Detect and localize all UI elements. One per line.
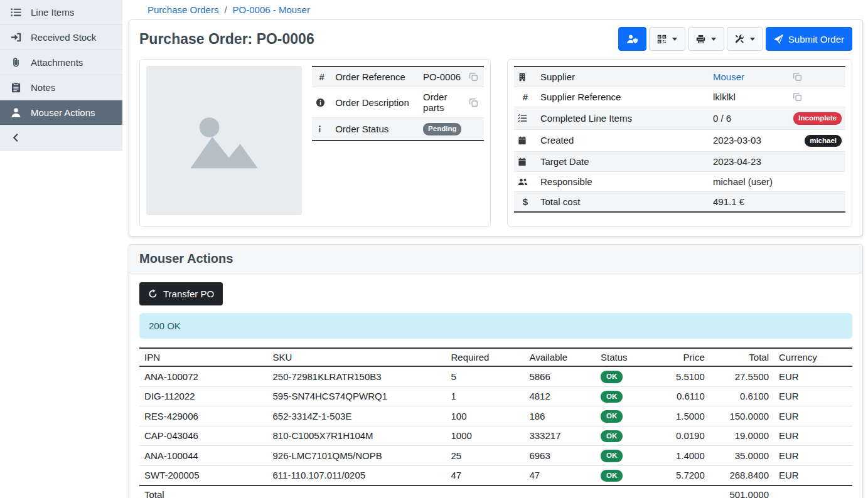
supplier-detail-table: Supplier Mouser # Supplier Reference lkl… (514, 66, 845, 213)
detail-row-target-date: Target Date 2023-04-23 (514, 152, 845, 172)
mouser-actions-header: Mouser Actions (129, 245, 862, 273)
detail-row-responsible: Responsible michael (user) (514, 172, 845, 192)
cell-currency: EUR (774, 366, 852, 386)
incomplete-badge: Incomplete (793, 112, 842, 125)
table-row: CAP-043046 810-C1005X7R1H104M 1000 33321… (139, 426, 852, 446)
order-image-placeholder (146, 66, 302, 215)
print-actions-button[interactable] (688, 27, 724, 51)
detail-row-order-description: Order Description Order parts (312, 87, 484, 118)
sidebar-item-received-stock[interactable]: Received Stock (0, 25, 122, 50)
detail-row-created: Created 2023-03-03 michael (514, 129, 845, 152)
status-alert: 200 OK (139, 313, 852, 339)
detail-value: 2023-04-23 (709, 152, 789, 172)
breadcrumb-link-current-order[interactable]: PO-0006 - Mouser (233, 4, 310, 15)
paperclip-icon (10, 57, 22, 68)
ok-badge: OK (601, 450, 623, 462)
cell-available: 4812 (524, 386, 596, 406)
ok-badge: OK (601, 430, 623, 443)
hash-icon: # (319, 72, 324, 82)
supplier-info-panel: Supplier Mouser # Supplier Reference lkl… (507, 59, 852, 227)
cell-sku: 810-C1005X7R1H104M (267, 426, 446, 446)
col-header-status: Status (596, 348, 656, 366)
supplier-link[interactable]: Mouser (713, 72, 744, 82)
table-row: ANA-100044 926-LMC7101QM5/NOPB 25 6963 O… (139, 446, 852, 466)
sidebar-item-label: Line Items (31, 7, 74, 18)
purchase-order-header: Purchase Order: PO-0006 (129, 20, 862, 55)
breadcrumb-separator: / (224, 4, 227, 15)
detail-label: Order Description (331, 87, 419, 118)
sidebar-item-line-items[interactable]: Line Items (0, 0, 122, 25)
detail-label: Completed Line Items (537, 107, 709, 130)
cell-available: 333217 (524, 426, 596, 446)
sidebar-item-label: Received Stock (31, 32, 96, 43)
cell-ipn: ANA-100072 (139, 366, 267, 386)
cell-ipn: SWT-200005 (139, 465, 267, 485)
cell-price: 1.4000 (656, 446, 710, 466)
user-options-button[interactable] (618, 27, 646, 51)
list-icon (10, 7, 22, 18)
table-row: ANA-100072 250-72981KLRATR150B3 5 5866 O… (139, 366, 852, 386)
cell-sku: 611-110.107.011/0205 (267, 465, 446, 485)
sidebar: Line Items Received Stock Attachments No… (0, 0, 122, 498)
sidebar-item-mouser-actions[interactable]: Mouser Actions (0, 100, 122, 125)
cell-sku: 926-LMC7101QM5/NOPB (267, 446, 446, 466)
order-details: # Order Reference PO-0006 (129, 55, 862, 236)
total-row: Total 501.0000 (139, 485, 852, 498)
dollar-icon: $ (523, 196, 528, 207)
detail-label: Supplier (537, 66, 709, 87)
copy-icon[interactable] (793, 92, 842, 102)
copy-icon[interactable] (793, 72, 842, 82)
detail-label: Supplier Reference (537, 87, 709, 107)
detail-label: Responsible (537, 172, 709, 192)
mouser-actions-body: Transfer PO 200 OK IPN SKU Require (129, 273, 862, 498)
tools-icon (735, 34, 744, 44)
detail-label: Target Date (537, 152, 709, 172)
sidebar-item-notes[interactable]: Notes (0, 75, 122, 100)
cell-price: 5.7200 (656, 465, 710, 485)
col-header-sku: SKU (267, 348, 446, 366)
detail-row-completed-line-items: Completed Line Items 0 / 6 Incomplete (514, 107, 845, 130)
sidebar-collapse-button[interactable] (0, 125, 122, 151)
qrcode-icon (657, 34, 667, 44)
transfer-po-button[interactable]: Transfer PO (139, 282, 223, 305)
cell-required: 1000 (446, 426, 524, 446)
detail-value: lklklkl (709, 87, 789, 107)
cell-available: 5866 (524, 366, 596, 386)
breadcrumb-link-purchase-orders[interactable]: Purchase Orders (147, 4, 218, 15)
detail-row-supplier: Supplier Mouser (514, 66, 845, 87)
app-root: Line Items Received Stock Attachments No… (0, 0, 868, 498)
user-icon (10, 107, 22, 118)
detail-label: Created (537, 129, 709, 152)
cell-currency: EUR (774, 406, 852, 426)
submit-order-button[interactable]: Submit Order (766, 27, 852, 51)
detail-row-total-cost: $ Total cost 491.1 € (514, 192, 845, 213)
copy-icon[interactable] (469, 72, 480, 82)
printer-icon (696, 34, 705, 44)
copy-icon[interactable] (469, 98, 480, 107)
page-title: Purchase Order: PO-0006 (139, 31, 314, 48)
detail-row-order-status: Order Status Pending (312, 118, 484, 140)
barcode-actions-button[interactable] (649, 27, 685, 51)
detail-value: michael (user) (709, 172, 789, 192)
order-actions-button[interactable] (727, 27, 763, 51)
cell-currency: EUR (774, 386, 852, 406)
sidebar-item-attachments[interactable]: Attachments (0, 50, 122, 75)
cell-price: 5.5100 (656, 366, 710, 386)
breadcrumb: Purchase Orders / PO-0006 - Mouser (122, 0, 868, 18)
mouser-actions-card: Mouser Actions Transfer PO 200 OK (129, 244, 863, 498)
table-header: IPN SKU Required Available Status Price … (139, 348, 852, 366)
cell-available: 47 (524, 465, 596, 485)
cell-ipn: RES-429006 (139, 406, 267, 426)
detail-row-order-reference: # Order Reference PO-0006 (312, 66, 484, 87)
sidebar-item-label: Mouser Actions (31, 107, 95, 118)
detail-value: 491.1 € (709, 192, 789, 213)
ok-badge: OK (601, 470, 623, 482)
grand-total-value: 501.0000 (710, 485, 774, 498)
cell-total: 19.0000 (710, 426, 774, 446)
cell-currency: EUR (774, 465, 852, 485)
col-header-total: Total (710, 348, 774, 366)
image-placeholder-icon (180, 97, 268, 184)
table-footer: Total 501.0000 (139, 485, 852, 498)
users-icon (518, 177, 533, 186)
cell-sku: 250-72981KLRATR150B3 (267, 366, 446, 386)
